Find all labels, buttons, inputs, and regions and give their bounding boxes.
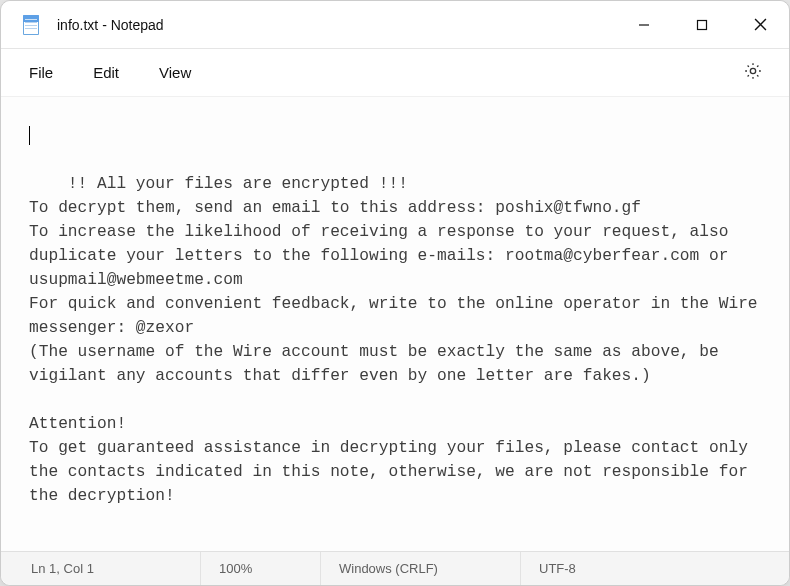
svg-rect-1	[698, 20, 707, 29]
minimize-button[interactable]	[615, 1, 673, 48]
window-controls	[615, 1, 789, 48]
window-title: info.txt - Notepad	[57, 17, 615, 33]
status-bar: Ln 1, Col 1 100% Windows (CRLF) UTF-8	[1, 551, 789, 585]
svg-point-4	[750, 68, 755, 73]
title-bar[interactable]: info.txt - Notepad	[1, 1, 789, 49]
text-caret	[29, 126, 30, 145]
menu-view[interactable]: View	[139, 56, 211, 89]
document-text: !! All your files are encrypted !!! To d…	[29, 175, 767, 505]
maximize-button[interactable]	[673, 1, 731, 48]
notepad-window: info.txt - Notepad File Edit View !! Al	[0, 0, 790, 586]
text-editor-area[interactable]: !! All your files are encrypted !!! To d…	[1, 97, 789, 551]
notepad-icon	[23, 15, 39, 35]
menu-edit[interactable]: Edit	[73, 56, 139, 89]
status-line-ending[interactable]: Windows (CRLF)	[321, 552, 521, 585]
settings-button[interactable]	[725, 53, 781, 93]
menu-file[interactable]: File	[9, 56, 73, 89]
minimize-icon	[638, 19, 650, 31]
maximize-icon	[696, 19, 708, 31]
close-icon	[754, 18, 767, 31]
gear-icon	[743, 61, 763, 81]
close-button[interactable]	[731, 1, 789, 48]
menu-bar: File Edit View	[1, 49, 789, 97]
status-zoom[interactable]: 100%	[201, 552, 321, 585]
status-encoding[interactable]: UTF-8	[521, 552, 691, 585]
status-position[interactable]: Ln 1, Col 1	[1, 552, 201, 585]
